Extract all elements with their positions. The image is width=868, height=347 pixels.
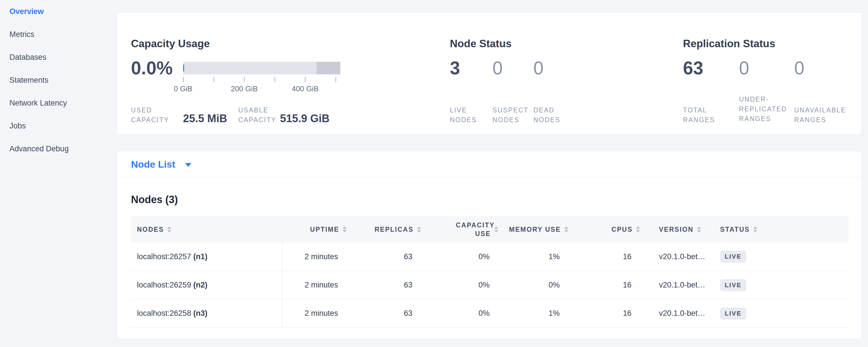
sort-icon [343,226,347,232]
column-label: REPLICAS [375,225,413,234]
sidebar-item-databases[interactable]: Databases [0,46,109,69]
replicas-cell: 63 [355,243,429,271]
column-header-uptime[interactable]: UPTIME [282,216,355,243]
version-cell: v20.1.0-bet… [648,271,710,299]
node-address: localhost:26258 [137,309,191,318]
gauge-label-200: 200 GiB [231,84,258,93]
table-row: localhost:26258 (n3) 2 minutes 63 0% 1% … [131,299,848,327]
total-ranges-count: 63 [683,58,703,78]
node-address: localhost:26257 [137,252,191,261]
usable-capacity-value: 515.9 GiB [280,112,330,125]
table-row: localhost:26259 (n2) 2 minutes 63 0% 0% … [131,271,848,299]
node-id: (n2) [193,281,208,289]
sort-icon [636,226,640,232]
capacity-gauge [183,62,340,74]
node-status-title: Node Status [450,38,512,49]
caret-down-icon [185,163,191,167]
column-label: NODES [137,225,164,234]
gauge-label-400: 400 GiB [292,84,319,93]
column-header-replicas[interactable]: REPLICAS [355,216,429,243]
cpus-cell: 16 [577,271,648,299]
suspect-nodes-count: 0 [493,58,503,78]
live-nodes-label: LIVE NODES [450,105,481,125]
replication-status-title: Replication Status [683,38,775,49]
sort-icon [167,226,171,232]
status-badge: LIVE [720,251,746,263]
sidebar-item-overview[interactable]: Overview [0,0,109,23]
gauge-axis-labels: 0 GiB 200 GiB 400 GiB [183,84,336,94]
column-header-version[interactable]: VERSION [648,216,710,243]
memory-use-cell: 1% [506,243,577,271]
node-list-dropdown[interactable]: Node List [117,151,861,177]
sidebar-item-statements[interactable]: Statements [0,69,109,92]
sort-icon [753,226,757,232]
unavailable-ranges-count: 0 [794,58,805,78]
nodes-table-title: Nodes (3) [131,194,178,206]
gauge-used-marker [183,65,184,71]
node-id: (n3) [193,309,208,318]
dead-nodes-count: 0 [533,58,544,78]
sort-icon [697,226,701,232]
sort-icon [417,226,421,232]
node-list-dropdown-label: Node List [131,159,175,170]
column-header-status[interactable]: STATUS [710,216,848,243]
sidebar: Overview Metrics Databases Statements Ne… [0,0,109,347]
node-address: localhost:26259 [137,281,191,289]
capacity-usage-percent: 0.0% [131,58,173,78]
sidebar-item-network-latency[interactable]: Network Latency [0,92,109,115]
sidebar-item-jobs[interactable]: Jobs [0,115,109,137]
node-address-link[interactable]: localhost:26259 (n2) [137,281,207,289]
dead-nodes-label: DEAD NODES [533,105,565,125]
column-label: MEMORY USE [509,225,561,234]
suspect-nodes-label: SUSPECT NODES [493,105,527,125]
gauge-other-usage-segment [317,62,340,74]
column-label: CAPACITY USE [456,221,491,238]
live-nodes-count: 3 [450,58,460,78]
uptime-cell: 2 minutes [282,271,355,299]
used-capacity-value: 25.5 MiB [183,112,227,125]
unavailable-ranges-label: UNAVAILABLE RANGES [794,105,848,125]
column-header-nodes[interactable]: NODES [131,216,282,243]
sort-icon [564,226,568,232]
node-address-link[interactable]: localhost:26258 (n3) [137,309,207,318]
column-header-capacity-use[interactable]: CAPACITY USE [429,216,506,243]
capacity-use-cell: 0% [429,271,506,299]
uptime-cell: 2 minutes [282,243,355,271]
cpus-cell: 16 [577,243,648,271]
replicas-cell: 63 [355,299,429,327]
column-label: CPUS [612,225,632,234]
under-replicated-ranges-count: 0 [739,58,749,78]
replicas-cell: 63 [355,271,429,299]
column-label: VERSION [659,225,693,234]
column-header-cpus[interactable]: CPUS [577,216,648,243]
node-address-link[interactable]: localhost:26257 (n1) [137,252,207,261]
capacity-usage-title: Capacity Usage [131,38,210,49]
nodes-table: NODES UPTIME REPLICAS [131,216,848,328]
capacity-use-cell: 0% [429,299,506,327]
gauge-tick-marks [183,77,336,82]
version-cell: v20.1.0-bet… [648,299,710,327]
node-id: (n1) [193,252,208,261]
sort-icon [494,226,498,232]
cpus-cell: 16 [577,299,648,327]
gauge-label-0: 0 GiB [174,84,192,93]
nodes-panel: Node List Nodes (3) NODES UPTIME [117,151,862,339]
table-row: localhost:26257 (n1) 2 minutes 63 0% 1% … [131,243,848,271]
cluster-summary-panel: Capacity Usage 0.0% 0 GiB 200 GiB 400 Gi… [117,12,862,134]
total-ranges-label: TOTAL RANGES [683,105,714,125]
uptime-cell: 2 minutes [282,299,355,327]
column-label: STATUS [720,225,750,234]
usable-capacity-label: USABLE CAPACITY [238,105,278,125]
column-header-memory-use[interactable]: MEMORY USE [506,216,577,243]
memory-use-cell: 0% [506,271,577,299]
under-replicated-ranges-label: UNDER-REPLICATED RANGES [739,94,793,124]
column-label: UPTIME [310,225,339,234]
version-cell: v20.1.0-bet… [648,243,710,271]
capacity-use-cell: 0% [429,243,506,271]
status-badge: LIVE [720,308,746,319]
status-badge: LIVE [720,279,746,291]
memory-use-cell: 1% [506,299,577,327]
sidebar-item-metrics[interactable]: Metrics [0,23,109,46]
used-capacity-label: USED CAPACITY [131,105,171,125]
sidebar-item-advanced-debug[interactable]: Advanced Debug [0,137,109,160]
